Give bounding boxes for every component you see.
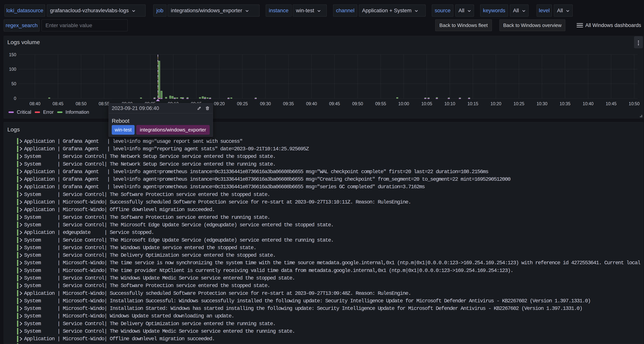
- svg-text:09:25: 09:25: [237, 101, 248, 106]
- svg-text:09:40: 09:40: [306, 101, 317, 106]
- svg-text:08:40: 08:40: [30, 101, 40, 106]
- svg-text:10:50: 10:50: [629, 101, 640, 106]
- svg-text:10:20: 10:20: [490, 101, 502, 106]
- svg-text:09:50: 09:50: [352, 101, 363, 106]
- svg-text:10:35: 10:35: [560, 101, 570, 106]
- svg-text:08:50: 08:50: [76, 101, 87, 106]
- svg-text:10:05: 10:05: [421, 101, 432, 106]
- svg-text:10:00: 10:00: [398, 101, 409, 106]
- svg-text:10:10: 10:10: [444, 101, 455, 106]
- svg-text:08:45: 08:45: [53, 101, 64, 106]
- svg-text:09:20: 09:20: [214, 101, 225, 106]
- svg-text:09:30: 09:30: [260, 101, 271, 106]
- svg-text:10:15: 10:15: [467, 101, 478, 106]
- svg-text:0: 0: [14, 96, 16, 101]
- svg-text:100: 100: [9, 67, 16, 72]
- svg-text:10:45: 10:45: [606, 101, 617, 106]
- svg-text:09:55: 09:55: [375, 101, 386, 106]
- svg-text:09:35: 09:35: [283, 101, 294, 106]
- svg-text:10:25: 10:25: [514, 101, 524, 106]
- svg-text:150: 150: [9, 52, 16, 57]
- svg-text:09:45: 09:45: [329, 101, 340, 106]
- svg-text:50: 50: [11, 81, 16, 86]
- svg-text:10:30: 10:30: [536, 101, 548, 106]
- svg-text:10:40: 10:40: [583, 101, 594, 106]
- svg-text:08:55: 08:55: [99, 101, 110, 106]
